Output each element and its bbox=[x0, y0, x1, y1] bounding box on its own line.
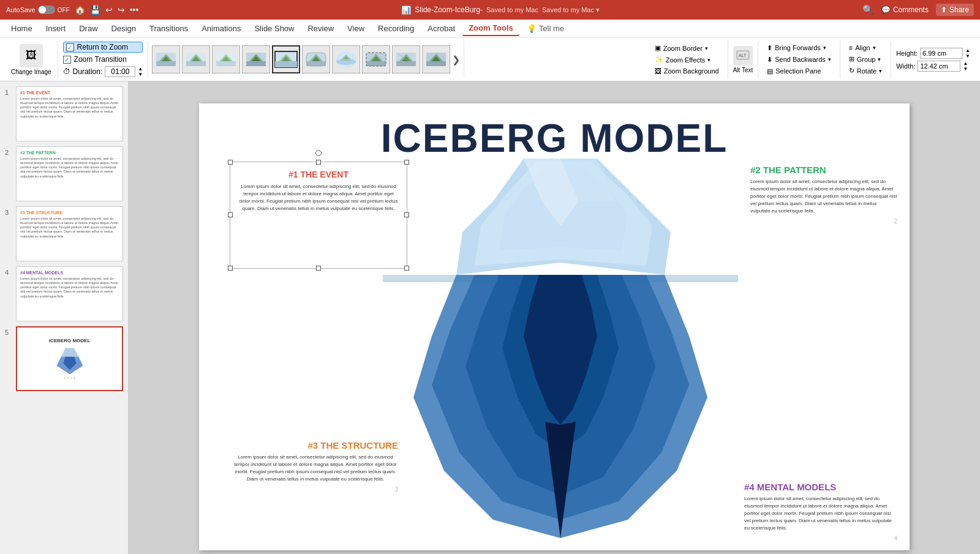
menu-transitions[interactable]: Transitions bbox=[143, 21, 194, 36]
iceberg-container bbox=[383, 152, 738, 544]
section-3-box[interactable]: #3 THE STRUCTURE Lorem ipsum dolor sit a… bbox=[233, 440, 398, 483]
toolbar: 🖼 Change Image ✓ Return to Zoom ✓ Zoom T… bbox=[0, 38, 980, 81]
alt-text-label[interactable]: Alt Text bbox=[733, 67, 753, 73]
menu-draw[interactable]: Draw bbox=[73, 21, 104, 36]
share-button[interactable]: ⬆ Share bbox=[936, 4, 974, 16]
duration-spinner[interactable]: ▲▼ bbox=[138, 66, 143, 77]
menu-view[interactable]: View bbox=[341, 21, 371, 36]
height-input[interactable] bbox=[920, 48, 963, 59]
svg-rect-38 bbox=[396, 61, 416, 66]
search-icon[interactable]: 🔍 bbox=[862, 4, 874, 15]
menu-animations[interactable]: Animations bbox=[195, 21, 247, 36]
group-button[interactable]: ⊞ Group ▾ bbox=[846, 54, 884, 64]
handle-mr[interactable] bbox=[404, 212, 409, 217]
slide-thumb-1[interactable]: #1 THE EVENT Lorem ipsum dolor sit amet,… bbox=[16, 86, 123, 141]
change-image-section: 🖼 Change Image bbox=[5, 41, 58, 78]
slide-item-3[interactable]: 3 #3 THE STRUCTURE Lorem ipsum dolor sit… bbox=[5, 206, 123, 261]
slide-item-1[interactable]: 1 #1 THE EVENT Lorem ipsum dolor sit ame… bbox=[5, 86, 123, 141]
menu-recording[interactable]: Recording bbox=[372, 21, 420, 36]
change-image-label[interactable]: Change Image bbox=[11, 69, 51, 75]
slide-item-2[interactable]: 2 #2 THE PATTERN Lorem ipsum dolor sit a… bbox=[5, 146, 123, 201]
height-spinner[interactable]: ▲▼ bbox=[965, 48, 970, 59]
menu-design[interactable]: Design bbox=[105, 21, 142, 36]
svg-text:ALT: ALT bbox=[739, 53, 747, 58]
rotate-button[interactable]: ↻ Rotate ▾ bbox=[846, 66, 884, 76]
canvas-area[interactable]: ICEBERG MODEL bbox=[129, 81, 980, 554]
share-icon: ⬆ bbox=[941, 6, 947, 14]
handle-ml[interactable] bbox=[228, 212, 233, 217]
handle-tr[interactable] bbox=[404, 160, 409, 165]
style-thumb-6[interactable] bbox=[302, 45, 330, 73]
style-thumb-7[interactable] bbox=[332, 45, 360, 73]
style-thumb-4[interactable] bbox=[242, 45, 270, 73]
undo-icon[interactable]: ↩ bbox=[105, 5, 113, 15]
right-toolbar: ▣ Zoom Border ▾ ✨ Zoom Effects ▾ 🖼 Zoom … bbox=[646, 41, 975, 78]
menu-insert[interactable]: Insert bbox=[40, 21, 72, 36]
slide-item-5[interactable]: 5 ICEBERG MODEL 1 2 3 4 bbox=[5, 326, 123, 391]
handle-br[interactable] bbox=[404, 266, 409, 271]
zoom-effects-button[interactable]: ✨ Zoom Effects ▾ bbox=[652, 54, 722, 65]
width-spinner[interactable]: ▲▼ bbox=[963, 61, 968, 72]
comments-button[interactable]: 💬 Comments bbox=[881, 6, 929, 14]
section-4-box[interactable]: #4 MENTAL MODELS Lorem ipsum dolor sit a… bbox=[744, 482, 897, 532]
handle-bm[interactable] bbox=[316, 266, 321, 271]
menu-review[interactable]: Review bbox=[301, 21, 340, 36]
redo-icon[interactable]: ↪ bbox=[118, 5, 125, 15]
home-icon[interactable]: 🏠 bbox=[75, 5, 85, 15]
slide-thumb-3[interactable]: #3 THE STRUCTURE Lorem ipsum dolor sit a… bbox=[16, 206, 123, 261]
zoom-border-button[interactable]: ▣ Zoom Border ▾ bbox=[652, 43, 722, 53]
align-button[interactable]: ≡ Align ▾ bbox=[846, 43, 884, 53]
style-thumb-10[interactable] bbox=[422, 45, 450, 73]
align-icon: ≡ bbox=[849, 44, 853, 51]
section-2-text: Lorem ipsum dolor sit amet, consectetur … bbox=[750, 178, 897, 215]
selection-pane-button[interactable]: ▤ Selection Pane bbox=[764, 66, 834, 77]
slide-3-text: Lorem ipsum dolor sit amet, consectetur … bbox=[20, 217, 119, 239]
slide-thumb-2[interactable]: #2 THE PATTERN Lorem ipsum dolor sit ame… bbox=[16, 146, 123, 201]
handle-tl[interactable] bbox=[228, 160, 233, 165]
alt-text-icon[interactable]: ALT bbox=[733, 46, 753, 66]
svg-rect-43 bbox=[426, 61, 446, 66]
autosave-toggle[interactable]: AutoSave OFF bbox=[6, 6, 70, 14]
slide-item-4[interactable]: 4 #4 MENTAL MODELS Lorem ipsum dolor sit… bbox=[5, 266, 123, 321]
svg-rect-15 bbox=[246, 61, 266, 66]
change-image-icon[interactable]: 🖼 bbox=[20, 44, 43, 67]
menu-acrobat[interactable]: Acrobat bbox=[421, 21, 461, 36]
group-label: Group bbox=[857, 56, 876, 63]
style-thumb-9[interactable] bbox=[392, 45, 420, 73]
section-1-box[interactable]: #1 THE EVENT Lorem ipsum dolor sit amet,… bbox=[230, 162, 407, 269]
rotate-handle[interactable] bbox=[315, 150, 322, 156]
menu-home[interactable]: Home bbox=[5, 21, 39, 36]
menu-zoom-tools[interactable]: Zoom Tools bbox=[462, 21, 519, 36]
return-to-zoom-checkbox[interactable]: ✓ Return to Zoom bbox=[63, 42, 143, 53]
save-icon[interactable]: 💾 bbox=[90, 5, 100, 15]
style-thumb-3[interactable] bbox=[212, 45, 240, 73]
slide-thumb-5[interactable]: ICEBERG MODEL 1 2 3 4 bbox=[16, 326, 123, 391]
more-icon[interactable]: ••• bbox=[130, 5, 139, 15]
style-thumb-5[interactable] bbox=[272, 45, 300, 73]
style-thumb-2[interactable] bbox=[182, 45, 210, 73]
duration-input[interactable] bbox=[105, 66, 135, 77]
send-backwards-button[interactable]: ⬇ Send Backwards ▾ bbox=[764, 54, 834, 65]
zoom-transition-checkbox[interactable]: ✓ Zoom Transition bbox=[63, 55, 143, 64]
style-thumb-1[interactable] bbox=[152, 45, 180, 73]
style-thumb-8[interactable] bbox=[362, 45, 390, 73]
title-bar-center: 📊 Slide-Zoom-IceBurg- Saved to my Mac Sa… bbox=[401, 6, 600, 15]
svg-rect-20 bbox=[275, 61, 297, 67]
slide-5-iceberg-svg bbox=[51, 346, 88, 376]
zoom-background-button[interactable]: 🖼 Zoom Background bbox=[652, 66, 722, 76]
menu-tell-me[interactable]: 💡 Tell me bbox=[521, 21, 570, 36]
menu-slideshow[interactable]: Slide Show bbox=[248, 21, 300, 36]
slide-3-title: #3 THE STRUCTURE bbox=[20, 211, 119, 215]
autosave-switch[interactable] bbox=[38, 6, 55, 14]
slide-thumb-4[interactable]: #4 MENTAL MODELS Lorem ipsum dolor sit a… bbox=[16, 266, 123, 321]
more-styles-arrow[interactable]: ❯ bbox=[452, 54, 460, 66]
bring-forwards-button[interactable]: ⬆ Bring Forwards ▾ bbox=[764, 43, 834, 53]
handle-bl[interactable] bbox=[228, 266, 233, 271]
svg-marker-46 bbox=[61, 348, 78, 357]
section-2-box[interactable]: #2 THE PATTERN Lorem ipsum dolor sit ame… bbox=[750, 165, 897, 215]
rotate-caret: ▾ bbox=[879, 68, 882, 74]
slide-canvas[interactable]: ICEBERG MODEL bbox=[199, 103, 910, 550]
width-input[interactable] bbox=[918, 61, 960, 72]
slide-2-text: Lorem ipsum dolor sit amet, consectetur … bbox=[20, 157, 119, 179]
handle-tm[interactable] bbox=[316, 160, 321, 165]
